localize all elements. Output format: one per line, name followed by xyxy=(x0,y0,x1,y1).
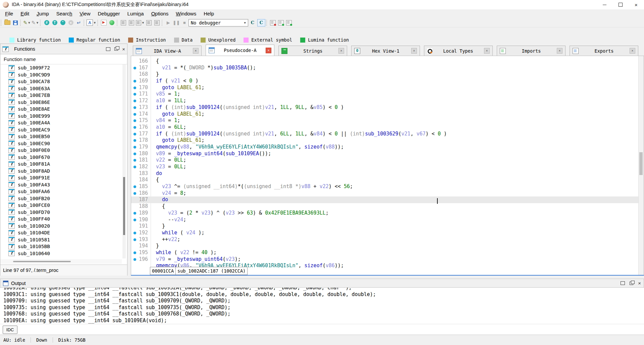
open-file-button[interactable] xyxy=(4,19,11,26)
debugger-selector[interactable]: No debugger ▼ xyxy=(189,19,248,26)
function-row[interactable]: sub_100E63A xyxy=(0,85,122,92)
menu-edit[interactable]: Edit xyxy=(17,10,33,17)
function-row[interactable]: sub_1010020 xyxy=(0,223,122,230)
menu-help[interactable]: Help xyxy=(200,10,218,17)
function-row[interactable]: sub_100F0E0 xyxy=(0,147,122,154)
scrollbar-thumb[interactable] xyxy=(639,152,643,175)
rename-button[interactable]: A▼ xyxy=(87,19,96,26)
output-panel-header[interactable]: Output × xyxy=(0,279,644,288)
function-row[interactable]: sub_100F91E xyxy=(0,174,122,181)
watches-button[interactable]: ▼ xyxy=(136,19,145,26)
search-sequence-button[interactable]: " xyxy=(59,19,66,26)
functions-column-header[interactable]: Function name xyxy=(0,54,127,64)
redo-button[interactable]: ✎▼ xyxy=(32,19,39,26)
maximize-button[interactable] xyxy=(612,0,628,9)
compile-c-button[interactable]: C xyxy=(249,19,257,26)
function-row[interactable]: sub_100F670 xyxy=(0,154,122,161)
segments-button[interactable] xyxy=(128,19,135,26)
code-line[interactable]: 191 } xyxy=(131,223,644,230)
tab-close-icon[interactable]: × xyxy=(484,48,490,54)
code-line[interactable]: 176a10 = 6LL; xyxy=(131,124,644,131)
menu-jump[interactable]: Jump xyxy=(33,10,53,17)
function-row[interactable]: sub_100EAC9 xyxy=(0,126,122,133)
tab-close-icon[interactable]: × xyxy=(630,48,635,54)
tab-ida-view-a[interactable]: IDA View-A× xyxy=(133,46,202,56)
menu-view[interactable]: View xyxy=(76,10,94,17)
function-row[interactable]: sub_100E7EB xyxy=(0,92,122,99)
tab-close-icon[interactable]: × xyxy=(411,48,417,54)
code-line[interactable]: 178 goto LABEL_61; xyxy=(131,137,644,144)
module-add-button[interactable] xyxy=(277,19,285,26)
code-line[interactable]: 172a10 = 1LL; xyxy=(131,98,644,104)
function-row[interactable]: sub_100FCE0 xyxy=(0,202,122,209)
command-input[interactable] xyxy=(21,326,641,334)
code-line[interactable]: 166{ xyxy=(131,58,644,65)
function-row[interactable]: sub_10105BB xyxy=(0,243,122,250)
code-line[interactable]: 189 v23 = (2 * v23) ^ (v23 >> 63) & 0x42… xyxy=(131,210,644,217)
code-line[interactable]: 184{ xyxy=(131,177,644,183)
function-row[interactable]: sub_100CA78 xyxy=(0,78,122,85)
functions-vertical-scrollbar[interactable] xyxy=(122,64,126,258)
modules-button[interactable] xyxy=(145,19,153,26)
function-row[interactable]: sub_100E999 xyxy=(0,113,122,120)
output-log[interactable]: 100932A: using guessed type __int64 __fa… xyxy=(0,288,644,324)
function-row[interactable]: sub_100FD70 xyxy=(0,209,122,216)
menu-debugger[interactable]: Debugger xyxy=(94,10,124,17)
code-line[interactable]: 173if ( (int)sub_1009124((unsigned int)v… xyxy=(131,104,644,111)
function-row[interactable]: sub_1009F72 xyxy=(0,64,122,71)
code-line[interactable]: 179qmemcpy(v88, "V6h9A_wyEE6YLFiAtxY4W60… xyxy=(131,144,644,151)
panel-close-icon[interactable]: × xyxy=(638,280,641,286)
tab-close-icon[interactable]: × xyxy=(193,48,199,54)
pseudocode-c-button[interactable]: C xyxy=(257,19,265,26)
save-button[interactable] xyxy=(12,19,19,26)
lumina-button[interactable] xyxy=(108,19,116,26)
panel-float-icon[interactable] xyxy=(630,282,633,285)
function-row[interactable]: sub_1010640 xyxy=(0,250,122,257)
functions-horizontal-scrollbar[interactable] xyxy=(0,259,122,264)
code-line[interactable]: 177if ( (int)sub_1009124((unsigned int)v… xyxy=(131,131,644,137)
idc-language-button[interactable]: IDC xyxy=(3,326,17,334)
code-line[interactable]: 183do xyxy=(131,170,644,177)
tab-strings[interactable]: Strings× xyxy=(278,46,347,56)
tab-close-icon[interactable]: × xyxy=(266,48,271,53)
pseudocode-view[interactable]: 166{167 v21 = *(_DWORD *)sub_10035BA();1… xyxy=(131,56,644,276)
code-line[interactable]: 175v84 = 1; xyxy=(131,117,644,124)
function-row[interactable]: sub_100EB50 xyxy=(0,133,122,140)
scrollbar-thumb[interactable] xyxy=(123,177,125,235)
code-line[interactable]: 167 v21 = *(_DWORD *)sub_10035BA(); xyxy=(131,65,644,71)
code-line[interactable]: 174 goto LABEL_61; xyxy=(131,111,644,118)
code-line[interactable]: 180v89 = _byteswap_uint64(sub_10109EA())… xyxy=(131,151,644,157)
code-line[interactable]: 169if ( v21 < 0 ) xyxy=(131,78,644,84)
search-text-button[interactable]: T xyxy=(51,19,58,26)
tab-local-types[interactable]: Local Types× xyxy=(424,46,493,56)
search-binary-button[interactable]: # xyxy=(43,19,50,26)
function-row[interactable]: sub_100FF40 xyxy=(0,216,122,223)
menu-options[interactable]: Options xyxy=(148,10,172,17)
close-button[interactable]: × xyxy=(628,0,644,9)
function-row[interactable]: sub_100FB20 xyxy=(0,195,122,202)
code-line[interactable]: 195while ( v22 != 40 ); xyxy=(131,249,644,256)
tab-exports[interactable]: Exports× xyxy=(570,46,638,56)
search-next-button[interactable]: ● xyxy=(67,19,74,26)
function-row[interactable]: sub_100FA43 xyxy=(0,181,122,188)
snippets-button[interactable] xyxy=(120,19,127,26)
panel-float-icon[interactable] xyxy=(114,47,118,51)
code-line[interactable]: 188 { xyxy=(131,203,644,210)
breakpoint-button[interactable] xyxy=(100,19,108,26)
panel-restore-icon[interactable] xyxy=(621,281,625,285)
functions-panel-header[interactable]: Functions × xyxy=(0,44,127,54)
code-line[interactable]: 192 while ( v24 ); xyxy=(131,230,644,236)
function-row[interactable]: sub_10104DE xyxy=(0,229,122,236)
function-row[interactable]: sub_100F8AD xyxy=(0,168,122,175)
module-list-button[interactable] xyxy=(269,19,277,26)
menu-windows[interactable]: Windows xyxy=(172,10,200,17)
tab-pseudocode-a[interactable]: Pseudocode-A× xyxy=(206,45,274,56)
function-row[interactable]: sub_100E86E xyxy=(0,99,122,106)
menu-search[interactable]: Search xyxy=(53,10,76,17)
function-row[interactable]: sub_1010581 xyxy=(0,236,122,243)
tab-imports[interactable]: Imports× xyxy=(497,46,566,56)
menu-file[interactable]: File xyxy=(1,10,17,17)
function-row[interactable]: sub_100EC90 xyxy=(0,140,122,147)
minimize-button[interactable] xyxy=(597,0,612,9)
code-line-current[interactable]: 187 do xyxy=(131,196,644,203)
